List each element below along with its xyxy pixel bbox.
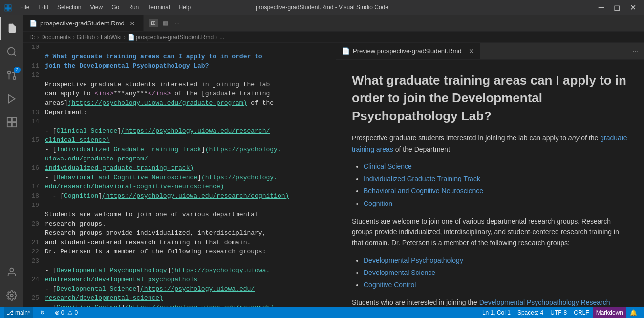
side-by-side-button[interactable]: ▦ <box>160 19 171 27</box>
svg-point-9 <box>10 268 13 272</box>
split-editor-button[interactable]: ⊞ <box>149 19 158 27</box>
code-editor-text[interactable]: # What graduate training areas can I app… <box>43 43 336 307</box>
sync-status[interactable]: ↻ <box>37 307 48 318</box>
preview-more-actions-button[interactable]: ··· <box>630 46 640 56</box>
preview-tab-label: Preview prospective-gradStudent.Rmd <box>353 47 462 55</box>
preview-intro-paragraph: Prospective graduate students interested… <box>352 133 628 155</box>
menu-help[interactable]: Help <box>175 3 195 12</box>
status-left: ⎇ main* ↻ ⊗ 0 ⚠ 0 <box>4 307 81 318</box>
svg-rect-7 <box>7 123 11 127</box>
editors-container: 10 11 12 13 14 15 16 <box>23 43 644 307</box>
preview-content: What graduate training areas can I apply… <box>336 60 644 307</box>
menu-view[interactable]: View <box>86 3 107 12</box>
editor-area: 📄 prospective-gradStudent.Rmd ✕ ⊞ ▦ ··· … <box>23 15 644 307</box>
preview-research-groups-list: Developmental Psychopathology Developmen… <box>352 254 628 292</box>
list-item: Clinical Science <box>364 160 628 173</box>
extensions-icon[interactable] <box>0 111 23 134</box>
breadcrumb-github[interactable]: GitHub <box>77 34 95 41</box>
breadcrumb-ellipsis[interactable]: ... <box>219 34 224 41</box>
settings-icon[interactable] <box>0 284 23 307</box>
preview-devpsycho-link[interactable]: Developmental Psychopathology <box>364 256 463 264</box>
titlebar-left: ▦ File Edit Selection View Go Run Termin… <box>4 2 194 13</box>
list-item: Individualized Graduate Training Track <box>364 173 628 185</box>
activity-bar: 2 <box>0 15 23 307</box>
source-control-icon[interactable]: 2 <box>0 64 23 87</box>
preview-any-emphasis: any <box>568 134 580 142</box>
code-panel-actions: ⊞ ▦ ··· <box>144 15 187 31</box>
status-right: Ln 1, Col 1 Spaces: 4 UTF-8 CRLF Markdow… <box>479 307 640 318</box>
status-bar: ⎇ main* ↻ ⊗ 0 ⚠ 0 Ln 1, Col 1 Spaces: 4 … <box>0 307 644 318</box>
tab-close-button[interactable]: ✕ <box>128 19 137 28</box>
editor-tab-active[interactable]: 📄 prospective-gradStudent.Rmd ✕ <box>23 15 144 31</box>
language-status[interactable]: Markdown <box>593 307 626 318</box>
search-icon[interactable] <box>0 40 23 64</box>
notifications-bell-icon[interactable]: 🔔 <box>627 307 640 318</box>
svg-marker-4 <box>9 95 15 103</box>
tab-bar: 📄 prospective-gradStudent.Rmd ✕ ⊞ ▦ ··· <box>23 15 644 32</box>
menu-edit[interactable]: Edit <box>34 3 52 12</box>
cursor-position-label: Ln 1, Col 1 <box>482 309 511 316</box>
git-branch-status[interactable]: ⎇ main* <box>4 307 33 318</box>
list-item: Behavioral and Cognitive Neuroscience <box>364 185 628 197</box>
svg-point-10 <box>10 294 13 297</box>
more-actions-button[interactable]: ··· <box>172 19 182 27</box>
line-ending-status[interactable]: CRLF <box>571 307 592 318</box>
list-item: Developmental Psychopathology <box>364 254 628 267</box>
preview-devpsycho-research-group-link[interactable]: Developmental Psychopathology Research G… <box>352 298 610 307</box>
encoding-label: UTF-8 <box>550 309 567 316</box>
cursor-position-status[interactable]: Ln 1, Col 1 <box>479 307 514 318</box>
preview-tab-icon: 📄 <box>342 47 350 55</box>
titlebar-menu: File Edit Selection View Go Run Terminal… <box>16 3 194 12</box>
breadcrumb-documents[interactable]: Documents <box>41 34 71 41</box>
svg-rect-6 <box>12 118 16 122</box>
preview-bcn-link[interactable]: Behavioral and Cognitive Neuroscience <box>364 187 483 195</box>
indent-label: Spaces: 4 <box>517 309 543 316</box>
errors-icon: ⊗ <box>55 309 60 316</box>
breadcrumb-labwiki[interactable]: LabWiki <box>101 34 122 41</box>
svg-rect-8 <box>12 123 16 127</box>
warnings-icon: ⚠ <box>67 309 73 316</box>
source-control-badge: 2 <box>14 67 21 73</box>
svg-point-2 <box>8 71 11 74</box>
preview-clinical-science-link[interactable]: Clinical Science <box>364 162 412 170</box>
sync-icon: ↻ <box>40 309 45 316</box>
warnings-count: 0 <box>74 309 78 316</box>
svg-point-1 <box>13 77 16 80</box>
breadcrumb: D: › Documents › GitHub › LabWiki › 📄 pr… <box>23 32 644 43</box>
svg-rect-5 <box>7 118 11 122</box>
minimize-button[interactable]: ─ <box>595 3 608 12</box>
line-ending-label: CRLF <box>574 309 589 316</box>
menu-run[interactable]: Run <box>124 3 143 12</box>
window-title: prospective-gradStudent.Rmd - Visual Stu… <box>256 4 388 11</box>
preview-devsci-link[interactable]: Developmental Science <box>364 269 435 276</box>
git-branch-icon: ⎇ <box>7 309 14 316</box>
account-icon[interactable] <box>0 260 23 284</box>
window-controls: ─ ◻ ✕ <box>595 3 640 12</box>
menu-selection[interactable]: Selection <box>53 3 85 12</box>
preview-igtt-link[interactable]: Individualized Graduate Training Track <box>364 175 480 182</box>
preview-tab-close-button[interactable]: ✕ <box>469 47 474 55</box>
close-button[interactable]: ✕ <box>626 3 640 12</box>
errors-status[interactable]: ⊗ 0 ⚠ 0 <box>52 307 81 318</box>
preview-tab-bar: 📄 Preview prospective-gradStudent.Rmd ✕ … <box>336 43 644 60</box>
preview-cogcontrol-link[interactable]: Cognitive Control <box>364 281 416 289</box>
preview-training-areas-link[interactable]: graduate training areas <box>352 134 627 153</box>
git-branch-label: main* <box>15 309 30 316</box>
preview-paragraph2: Students are welcome to join one of vari… <box>352 216 628 249</box>
explorer-icon[interactable] <box>0 17 23 40</box>
titlebar: ▦ File Edit Selection View Go Run Termin… <box>0 0 644 15</box>
encoding-status[interactable]: UTF-8 <box>547 307 570 318</box>
menu-go[interactable]: Go <box>107 3 123 12</box>
preview-tab[interactable]: 📄 Preview prospective-gradStudent.Rmd ✕ <box>336 43 480 59</box>
preview-cognition-link[interactable]: Cognition <box>364 200 392 207</box>
maximize-button[interactable]: ◻ <box>610 3 624 12</box>
menu-file[interactable]: File <box>16 3 33 12</box>
breadcrumb-d[interactable]: D: <box>29 34 35 41</box>
line-numbers: 10 11 12 13 14 15 16 <box>23 43 43 307</box>
menu-terminal[interactable]: Terminal <box>144 3 173 12</box>
indent-status[interactable]: Spaces: 4 <box>515 307 546 318</box>
run-debug-icon[interactable] <box>0 87 23 111</box>
breadcrumb-filename[interactable]: prospective-gradStudent.Rmd <box>136 34 214 41</box>
preview-paragraph3: Students who are interested in joining t… <box>352 297 628 307</box>
code-content[interactable]: 10 11 12 13 14 15 16 <box>23 43 336 307</box>
